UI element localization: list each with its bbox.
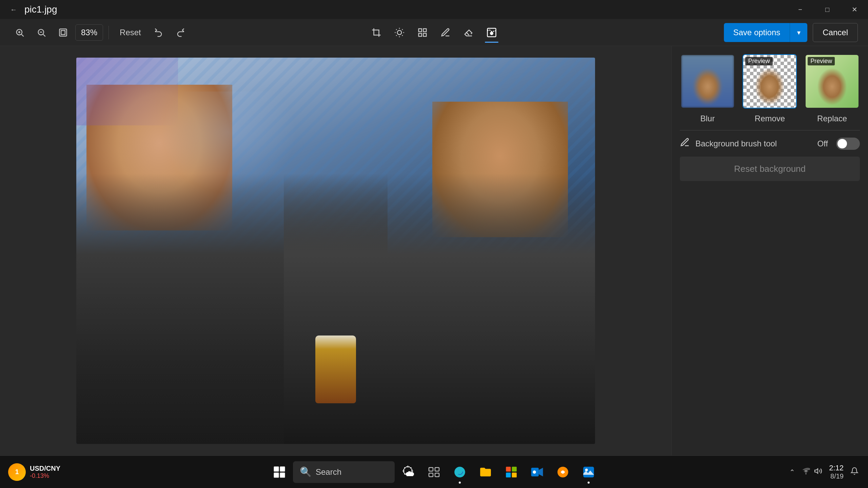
currency-pair: USD/CNY <box>30 465 60 472</box>
photos-app-icon[interactable] <box>576 460 601 484</box>
svg-point-37 <box>533 470 536 474</box>
currency-widget[interactable]: 1 USD/CNY -0.13% <box>8 463 60 481</box>
replace-option[interactable]: Preview Replace <box>805 54 859 123</box>
cancel-button[interactable]: Cancel <box>813 23 858 42</box>
edge-browser-icon[interactable] <box>448 460 472 484</box>
wifi-icon[interactable] <box>801 466 811 479</box>
remove-label: Remove <box>755 114 785 123</box>
back-button[interactable]: ← <box>7 3 20 16</box>
erase-tool[interactable] <box>458 22 479 43</box>
search-label: Search <box>316 467 341 477</box>
currency-change: -0.13% <box>30 472 60 480</box>
crop-tool[interactable] <box>366 22 387 43</box>
beer-glass <box>315 336 356 403</box>
taskbar: 1 USD/CNY -0.13% 🔍 Search � <box>0 455 868 488</box>
svg-rect-25 <box>280 466 285 471</box>
save-options-dropdown[interactable]: ▾ <box>790 23 807 42</box>
window-controls: − □ ✕ <box>787 0 868 19</box>
weather-emoji: 🌤 <box>402 465 415 479</box>
system-icons <box>801 466 824 479</box>
svg-rect-20 <box>419 33 422 36</box>
svg-rect-7 <box>60 29 67 36</box>
blur-preview <box>681 55 734 108</box>
reset-background-button[interactable]: Reset background <box>680 157 860 181</box>
search-bar[interactable]: 🔍 Search <box>293 461 395 483</box>
zoom-level[interactable]: 83% <box>75 24 103 41</box>
draw-tool[interactable] <box>435 22 456 43</box>
window-title: pic1.jpg <box>24 4 57 15</box>
currency-info: USD/CNY -0.13% <box>30 465 60 480</box>
background-brush-toggle[interactable] <box>836 138 860 150</box>
svg-rect-32 <box>506 467 511 471</box>
venue-lights <box>161 92 297 193</box>
redo-button[interactable] <box>171 23 190 42</box>
canvas-area <box>0 46 671 455</box>
main-content: Blur Preview Remove Preview Replace <box>0 46 868 455</box>
task-view-button[interactable] <box>422 460 446 484</box>
svg-rect-33 <box>512 467 517 471</box>
start-button[interactable] <box>267 460 292 484</box>
svg-point-23 <box>490 32 493 35</box>
person-right-body <box>284 174 595 444</box>
svg-rect-29 <box>435 467 439 471</box>
app-icon-1[interactable] <box>551 460 575 484</box>
taskbar-clock[interactable]: 2:12 8/19 <box>829 464 844 480</box>
svg-rect-31 <box>435 473 439 477</box>
background-options: Blur Preview Remove Preview Replace <box>680 54 860 123</box>
blur-option[interactable]: Blur <box>680 54 735 123</box>
weather-icon[interactable]: 🌤 <box>396 460 420 484</box>
brush-icon <box>680 137 690 150</box>
currency-badge: 1 <box>8 463 26 481</box>
close-button[interactable]: ✕ <box>841 0 868 19</box>
search-icon: 🔍 <box>300 466 312 477</box>
toolbar: 83% Reset <box>0 19 868 46</box>
svg-line-12 <box>396 29 397 30</box>
titlebar: ← pic1.jpg − □ ✕ <box>0 0 868 19</box>
save-options-button[interactable]: Save options <box>724 23 790 42</box>
svg-line-16 <box>396 35 397 36</box>
replace-label: Replace <box>817 114 847 123</box>
minimize-button[interactable]: − <box>787 0 814 19</box>
svg-rect-18 <box>419 28 422 32</box>
replace-preview-badge: Preview <box>808 57 835 65</box>
zoom-in-button[interactable] <box>10 23 29 42</box>
taskbar-center: 🔍 Search 🌤 <box>267 460 601 484</box>
brush-tool-row: Background brush tool Off <box>680 137 860 150</box>
fit-button[interactable] <box>54 23 73 42</box>
right-panel: Blur Preview Remove Preview Replace <box>671 46 868 455</box>
taskbar-right: ⌃ 2:12 8/19 <box>789 464 860 480</box>
svg-line-17 <box>402 29 403 30</box>
remove-thumbnail: Preview <box>743 54 797 108</box>
maximize-button[interactable]: □ <box>814 0 841 19</box>
replace-thumbnail: Preview <box>805 54 859 108</box>
toggle-knob <box>837 139 847 148</box>
svg-rect-24 <box>274 466 279 471</box>
svg-rect-34 <box>506 472 511 477</box>
system-tray-expand[interactable]: ⌃ <box>789 468 795 476</box>
svg-line-13 <box>402 35 403 36</box>
toggle-off-label: Off <box>817 139 828 148</box>
svg-rect-35 <box>512 472 517 477</box>
file-explorer-icon[interactable] <box>473 460 498 484</box>
svg-point-40 <box>585 468 588 471</box>
zoom-out-button[interactable] <box>32 23 51 42</box>
reset-button[interactable]: Reset <box>114 25 146 40</box>
svg-rect-26 <box>274 472 279 477</box>
undo-button[interactable] <box>149 23 168 42</box>
store-icon[interactable] <box>499 460 524 484</box>
save-options-group: Save options ▾ <box>724 23 808 42</box>
svg-rect-27 <box>280 472 285 477</box>
remove-option[interactable]: Preview Remove <box>743 54 797 123</box>
blur-label: Blur <box>700 114 715 123</box>
divider <box>108 26 109 39</box>
photo-background <box>76 58 595 444</box>
adjust-tool[interactable] <box>389 22 410 43</box>
volume-icon[interactable] <box>813 466 824 479</box>
svg-rect-21 <box>423 33 427 36</box>
svg-point-9 <box>397 30 402 35</box>
outlook-icon[interactable] <box>525 460 549 484</box>
notification-icon[interactable] <box>849 466 860 479</box>
filter-tool[interactable] <box>412 22 433 43</box>
background-tool[interactable] <box>481 22 502 43</box>
svg-rect-19 <box>423 28 427 32</box>
